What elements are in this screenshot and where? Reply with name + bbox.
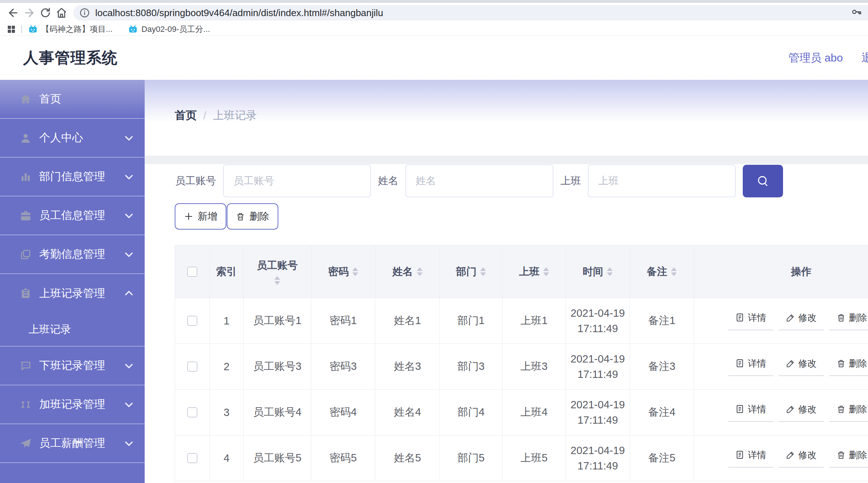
edit-button[interactable]: 修改 (779, 449, 824, 468)
detail-button[interactable]: 详情 (728, 403, 774, 422)
cell-password: 密码4 (311, 390, 375, 435)
chevron-down-icon (123, 210, 134, 221)
cell-time: 2021-04-19 17:11:49 (566, 344, 630, 390)
film-icon (19, 398, 33, 411)
sidebar-item-考勤信息管理[interactable]: 考勤信息管理 (0, 235, 145, 274)
sidebar-item-员工薪酬管理[interactable]: 员工薪酬管理 (0, 424, 145, 463)
current-user[interactable]: 管理员 abo (789, 51, 843, 66)
sidebar-item-label: 加班记录管理 (39, 397, 105, 412)
plus-icon (184, 212, 193, 221)
trash-icon (236, 212, 245, 221)
sort-caret-icon[interactable] (671, 267, 677, 276)
site-info-icon[interactable] (79, 7, 90, 18)
sidebar-item-label: 上班记录管理 (39, 286, 105, 301)
breadcrumb: 首页 / 上班记录 (175, 108, 257, 123)
sidebar-item-label: 下班记录管理 (39, 358, 105, 373)
back-icon[interactable] (5, 5, 21, 21)
forward-icon[interactable] (21, 5, 37, 21)
sort-caret-icon[interactable] (274, 276, 280, 285)
search-input-2[interactable] (588, 164, 736, 197)
sidebar-item-上班记录管理[interactable]: 上班记录管理 (0, 274, 145, 313)
cell-account: 员工账号1 (244, 298, 311, 344)
sidebar-item-个人中心[interactable]: 个人中心 (0, 119, 145, 157)
url-text: localhost:8080/springboot9v464/admin/dis… (95, 7, 383, 19)
chevron-down-icon (123, 360, 134, 371)
trash-icon (837, 405, 846, 414)
row-checkbox[interactable] (187, 361, 197, 372)
password-key-icon[interactable] (850, 7, 862, 19)
column-header-姓名[interactable]: 姓名 (375, 245, 440, 298)
row-delete-button[interactable]: 删除 (829, 357, 868, 376)
search-field-label-0: 员工账号 (175, 174, 216, 188)
sidebar-subitem-上班记录[interactable]: 上班记录 (0, 313, 145, 346)
trash-icon (837, 450, 846, 460)
logout-link[interactable]: 退出 (861, 51, 868, 66)
cell-note: 备注4 (630, 390, 694, 435)
bilibili-icon (28, 25, 38, 34)
search-button[interactable] (743, 165, 783, 197)
apps-grid-icon[interactable] (7, 25, 16, 34)
sort-caret-icon[interactable] (417, 267, 423, 276)
chevron-down-icon (123, 171, 134, 182)
row-delete-button[interactable]: 删除 (829, 312, 868, 330)
cell-account: 员工账号5 (244, 435, 311, 481)
detail-button[interactable]: 详情 (728, 312, 774, 330)
sort-caret-icon[interactable] (352, 267, 358, 276)
edit-button[interactable]: 修改 (779, 312, 824, 330)
row-delete-button[interactable]: 删除 (829, 403, 868, 422)
column-header-员工账号[interactable]: 员工账号 (244, 245, 311, 298)
row-checkbox[interactable] (187, 316, 197, 326)
column-header-部门[interactable]: 部门 (440, 245, 502, 298)
doc-icon (735, 358, 745, 368)
cell-actions: 详情 修改 删除 (694, 298, 868, 344)
sidebar-item-员工信息管理[interactable]: 员工信息管理 (0, 196, 145, 235)
search-input-0[interactable] (223, 164, 371, 197)
column-header-备注[interactable]: 备注 (630, 245, 694, 298)
chevron-down-icon (123, 438, 134, 449)
trash-icon (837, 313, 846, 322)
row-select-cell (175, 390, 210, 435)
bar-chart-icon (19, 170, 33, 183)
sidebar-item-下班记录管理[interactable]: 下班记录管理 (0, 346, 145, 385)
column-header-密码[interactable]: 密码 (311, 245, 375, 298)
search-icon (756, 174, 770, 188)
sidebar-item-部门信息管理[interactable]: 部门信息管理 (0, 157, 145, 196)
search-field-label-2: 上班 (560, 174, 581, 188)
column-header-索引: 索引 (210, 245, 244, 298)
row-delete-button[interactable]: 删除 (829, 449, 868, 468)
bookmark-item[interactable]: Day02-09-员工分... (128, 24, 210, 35)
edit-button[interactable]: 修改 (779, 403, 824, 422)
cell-shift: 上班1 (502, 298, 566, 344)
main-content: 首页 / 上班记录 员工账号姓名上班 新增 删除 (145, 80, 868, 483)
add-button[interactable]: 新增 (175, 203, 226, 230)
row-select-cell (175, 435, 210, 481)
address-bar[interactable]: localhost:8080/springboot9v464/admin/dis… (73, 5, 868, 21)
reload-icon[interactable] (37, 5, 53, 21)
home-button-icon[interactable] (53, 5, 70, 21)
browser-toolbar: localhost:8080/springboot9v464/admin/dis… (0, 3, 868, 23)
sort-caret-icon[interactable] (543, 267, 549, 276)
search-input-1[interactable] (405, 164, 553, 197)
cell-password: 密码1 (311, 298, 375, 344)
sidebar-item-加班记录管理[interactable]: 加班记录管理 (0, 385, 145, 424)
row-checkbox[interactable] (187, 453, 197, 463)
column-header-时间[interactable]: 时间 (566, 245, 630, 298)
doc-icon (735, 313, 745, 322)
detail-button[interactable]: 详情 (728, 357, 774, 376)
cell-actions: 详情 修改 删除 (694, 435, 868, 481)
chevron-down-icon (123, 133, 134, 144)
sort-caret-icon[interactable] (607, 267, 613, 276)
select-all-checkbox[interactable] (187, 267, 197, 277)
bookmark-item[interactable]: 【码神之路】项目... (28, 24, 112, 35)
sort-caret-icon[interactable] (480, 267, 486, 276)
bilibili-icon (128, 25, 138, 34)
edit-button[interactable]: 修改 (779, 357, 824, 376)
table-row: 4员工账号5密码5姓名5部门5上班52021-04-19 17:11:49备注5… (175, 435, 868, 481)
row-checkbox[interactable] (187, 407, 197, 417)
sidebar-item-首页[interactable]: 首页 (0, 80, 145, 119)
breadcrumb-home[interactable]: 首页 (175, 108, 197, 123)
delete-button[interactable]: 删除 (227, 203, 278, 230)
column-header-上班[interactable]: 上班 (502, 245, 566, 298)
cell-name: 姓名4 (375, 390, 440, 435)
detail-button[interactable]: 详情 (728, 449, 774, 468)
